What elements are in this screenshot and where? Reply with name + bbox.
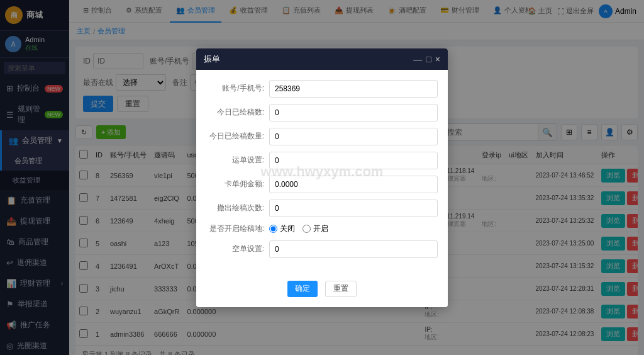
radio-open[interactable]: 开启 bbox=[303, 223, 328, 234]
modal-commission-label: 卡单佣金额: bbox=[206, 179, 269, 189]
modal-empty-set-label: 空单设置: bbox=[206, 244, 269, 254]
modal-header: 振单 — □ × bbox=[196, 48, 448, 70]
modal-drawn-count-input[interactable] bbox=[269, 104, 438, 121]
modal-row-is-open: 是否开启绘稿地: 关闭 开启 bbox=[206, 223, 438, 234]
modal-empty-set-field bbox=[269, 240, 438, 258]
radio-group-is-open: 关闭 开启 bbox=[269, 223, 438, 234]
modal-is-open-label: 是否开启绘稿地: bbox=[206, 223, 269, 234]
modal-commission-field bbox=[269, 176, 438, 193]
modal-title: 振单 bbox=[204, 54, 220, 65]
radio-open-input[interactable] bbox=[303, 225, 311, 233]
modal-body: www.hwyxym.com 账号/手机号: 今日已绘稿数: 今日已绘稿数量: bbox=[196, 70, 448, 274]
radio-close-input[interactable] bbox=[269, 225, 277, 233]
modal-account-input[interactable] bbox=[269, 80, 438, 98]
modal-row-account: 账号/手机号: bbox=[206, 80, 438, 98]
modal-close-buttons: — □ × bbox=[413, 54, 440, 64]
modal-submit-button[interactable]: 确定 bbox=[287, 281, 318, 297]
modal-reset-button[interactable]: 重置 bbox=[325, 281, 357, 297]
modal-overlay: 振单 — □ × www.hwyxym.com 账号/手机号: 今日已绘稿数: bbox=[0, 0, 644, 355]
modal-withdraw-count-field bbox=[269, 200, 438, 217]
modal-withdraw-count-label: 撤出绘稿次数: bbox=[206, 203, 269, 213]
radio-close[interactable]: 关闭 bbox=[269, 223, 295, 234]
modal-empty-set-input[interactable] bbox=[269, 240, 438, 258]
modal-dialog: 振单 — □ × www.hwyxym.com 账号/手机号: 今日已绘稿数: bbox=[196, 48, 448, 307]
modal-order-set-field bbox=[269, 152, 438, 169]
modal-order-set-input[interactable] bbox=[269, 152, 438, 169]
modal-drawn-amount-label: 今日已绘稿数量: bbox=[206, 131, 269, 142]
modal-row-drawn-count: 今日已绘稿数: bbox=[206, 104, 438, 121]
modal-row-commission: 卡单佣金额: bbox=[206, 176, 438, 193]
modal-row-empty-set: 空单设置: bbox=[206, 240, 438, 258]
modal-order-set-label: 运单设置: bbox=[206, 155, 269, 166]
modal-commission-input[interactable] bbox=[269, 176, 438, 193]
modal-drawn-amount-field bbox=[269, 128, 438, 145]
modal-account-label: 账号/手机号: bbox=[206, 83, 269, 94]
modal-maximize-button[interactable]: □ bbox=[426, 54, 431, 64]
modal-withdraw-count-input[interactable] bbox=[269, 200, 438, 217]
modal-row-drawn-amount: 今日已绘稿数量: bbox=[206, 128, 438, 145]
modal-drawn-count-field bbox=[269, 104, 438, 121]
modal-row-withdraw-count: 撤出绘稿次数: bbox=[206, 200, 438, 217]
modal-drawn-amount-input[interactable] bbox=[269, 128, 438, 145]
modal-drawn-count-label: 今日已绘稿数: bbox=[206, 107, 269, 118]
modal-account-field bbox=[269, 80, 438, 98]
modal-minimize-button[interactable]: — bbox=[413, 54, 422, 64]
modal-footer: 确定 重置 bbox=[196, 274, 448, 307]
modal-is-open-field: 关闭 开启 bbox=[269, 223, 438, 234]
modal-row-order-set: 运单设置: bbox=[206, 152, 438, 169]
modal-close-button[interactable]: × bbox=[435, 54, 440, 64]
